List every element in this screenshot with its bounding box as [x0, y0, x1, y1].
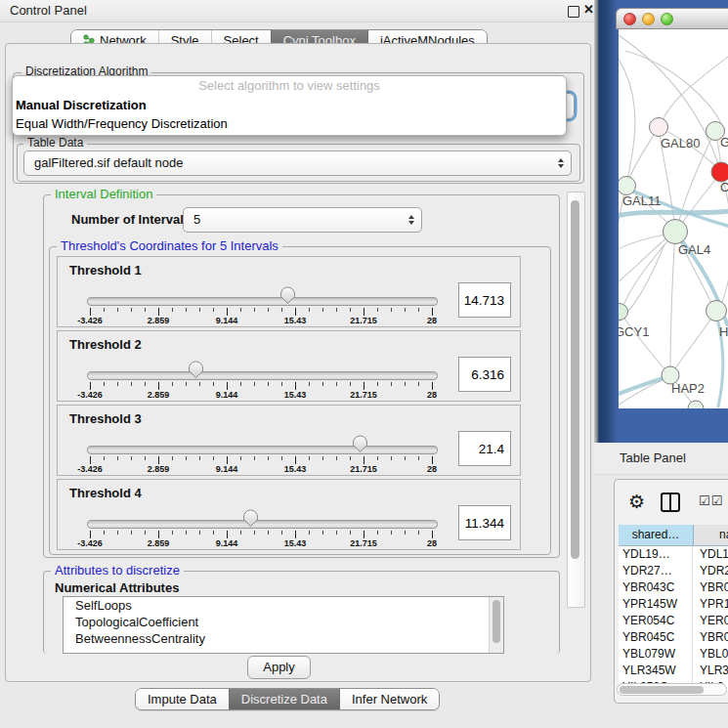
slider-tick	[213, 308, 214, 312]
attribute-item-topologicalcoefficient[interactable]: TopologicalCoefficient	[64, 614, 503, 630]
threshold-slider-track[interactable]	[87, 520, 438, 529]
cell-shared-name: YPR145W	[619, 596, 693, 613]
threshold-slider-thumb[interactable]	[242, 509, 259, 528]
table-horizontal-scrollbar-thumb[interactable]	[620, 686, 704, 694]
table-data-combobox[interactable]: galFiltered.sif default node	[23, 150, 572, 176]
split-columns-icon[interactable]	[661, 492, 680, 512]
threshold-slider-thumb[interactable]	[279, 286, 296, 305]
mac-zoom-icon[interactable]	[661, 13, 673, 25]
tab-infer-network[interactable]: Infer Network	[339, 689, 439, 709]
tab-impute-data[interactable]: Impute Data	[136, 689, 229, 709]
table-row[interactable]: YBR043CYBR0	[619, 579, 728, 596]
node-gal11[interactable]	[619, 177, 636, 195]
gear-icon[interactable]: ⚙	[628, 492, 645, 513]
node-label-clipped: GA	[720, 135, 728, 150]
cell-name: YDL1	[693, 546, 728, 563]
slider-tick	[309, 308, 310, 312]
edge	[620, 312, 667, 372]
node-gal4[interactable]	[664, 220, 688, 244]
bottom-tab-bar: Impute DataDiscretize DataInfer Network	[135, 688, 440, 710]
slider-tick	[281, 456, 282, 460]
node-gal80[interactable]	[650, 118, 668, 137]
table-data-title: Table Data	[23, 137, 87, 150]
cell-shared-name: YLR345W	[619, 663, 693, 679]
tab-discretize-data[interactable]: Discretize Data	[229, 689, 339, 709]
apply-button[interactable]: Apply	[247, 656, 311, 679]
table-row[interactable]: YBL079WYBL0	[619, 646, 728, 663]
network-window-titlebar[interactable]	[616, 8, 728, 29]
number-of-intervals-combobox[interactable]: 5	[183, 207, 422, 233]
cell-name: YBR0	[693, 579, 728, 596]
combo-stepper-icon	[408, 215, 414, 225]
threshold-value-field[interactable]: 21.4	[458, 431, 511, 466]
node-gcy1[interactable]	[619, 304, 628, 321]
node[interactable]	[711, 162, 728, 182]
close-icon[interactable]: ✕	[583, 2, 594, 17]
table-row[interactable]: YER054CYER0	[619, 613, 728, 629]
threshold-label: Threshold 4	[69, 486, 142, 500]
slider-tick-label: 21.715	[342, 390, 385, 400]
threshold-slider-track[interactable]	[87, 371, 438, 380]
threshold-value-field[interactable]: 14.713	[458, 282, 511, 318]
slider-tick	[418, 531, 419, 535]
threshold-value-field[interactable]: 6.316	[458, 357, 511, 392]
slider-tick-label: 2.859	[137, 390, 180, 400]
table-horizontal-scrollbar[interactable]	[617, 683, 727, 696]
mac-minimize-icon[interactable]	[642, 13, 655, 25]
table-row[interactable]: YBR045CYBR0	[619, 629, 728, 646]
edge	[619, 244, 664, 337]
threshold-slider-track[interactable]	[87, 446, 438, 454]
threshold-value-field[interactable]: 11.344	[458, 505, 511, 540]
table-panel-title: Table Panel	[620, 450, 686, 465]
slider-tick	[254, 308, 255, 312]
slider-tick-label: 9.144	[205, 464, 248, 474]
numerical-attributes-label: Numerical Attributes	[55, 580, 179, 595]
select-columns-icon[interactable]: ☑☑	[699, 493, 723, 508]
slider-tick	[199, 456, 200, 460]
settings-scrollbar-thumb[interactable]	[571, 200, 579, 559]
slider-tick	[295, 456, 296, 464]
attributes-list-scrollbar[interactable]	[489, 597, 503, 653]
threshold-slider-track[interactable]	[87, 297, 438, 306]
slider-tick	[268, 382, 269, 386]
slider-tick	[405, 308, 406, 312]
column-header-shared-name[interactable]: shared…	[619, 525, 694, 545]
slider-tick-label: -3.426	[68, 538, 111, 548]
slider-tick-label: 9.144	[205, 390, 248, 400]
slider-tick	[186, 308, 187, 312]
settings-scrollbar[interactable]	[567, 192, 585, 608]
float-window-icon[interactable]	[568, 6, 579, 18]
slider-tick-label: 28	[410, 390, 453, 400]
attribute-item-betweennesscentrality[interactable]: BetweennessCentrality	[64, 630, 503, 647]
slider-tick	[309, 382, 310, 386]
node[interactable]	[688, 401, 704, 408]
table-row[interactable]: YDR27…YDR2	[619, 563, 728, 579]
slider-tick	[377, 531, 378, 535]
node-label: GAL80	[661, 136, 700, 150]
threshold-slider-thumb[interactable]	[188, 361, 204, 379]
threshold-block-2: Threshold 2-3.4262.8599.14415.4321.71528…	[57, 330, 521, 402]
dropdown-option-equal-width-frequency-discretization[interactable]: Equal Width/Frequency Discretization	[13, 114, 566, 133]
mac-close-icon[interactable]	[623, 13, 636, 25]
threshold-slider-thumb[interactable]	[352, 435, 368, 453]
network-canvas[interactable]: GAL80GAL11GAL4GCY1HHAP2GAC	[619, 29, 728, 408]
network-graph: GAL80GAL11GAL4GCY1HHAP2GAC	[619, 29, 728, 408]
slider-tick	[90, 308, 91, 316]
slider-tick-label: 15.43	[274, 538, 317, 548]
attribute-item-selfloops[interactable]: SelfLoops	[64, 597, 503, 614]
edge	[619, 235, 664, 254]
dropdown-placeholder-item[interactable]: Select algorithm to view settings	[13, 76, 566, 96]
slider-tick	[240, 382, 241, 386]
attributes-list-scrollbar-thumb[interactable]	[492, 600, 500, 643]
slider-tick	[117, 531, 118, 535]
column-header-name[interactable]: na	[694, 525, 728, 545]
slider-tick	[405, 456, 406, 460]
slider-tick	[213, 531, 214, 535]
table-row[interactable]: YPR145WYPR1	[619, 596, 728, 613]
slider-tick	[131, 382, 132, 386]
table-row[interactable]: YDL19…YDL1	[619, 546, 728, 563]
dropdown-option-manual-discretization[interactable]: Manual Discretization	[13, 96, 566, 114]
node-h[interactable]	[707, 301, 727, 321]
table-row[interactable]: YLR345WYLR3	[619, 663, 728, 679]
node-label: H	[719, 324, 728, 339]
